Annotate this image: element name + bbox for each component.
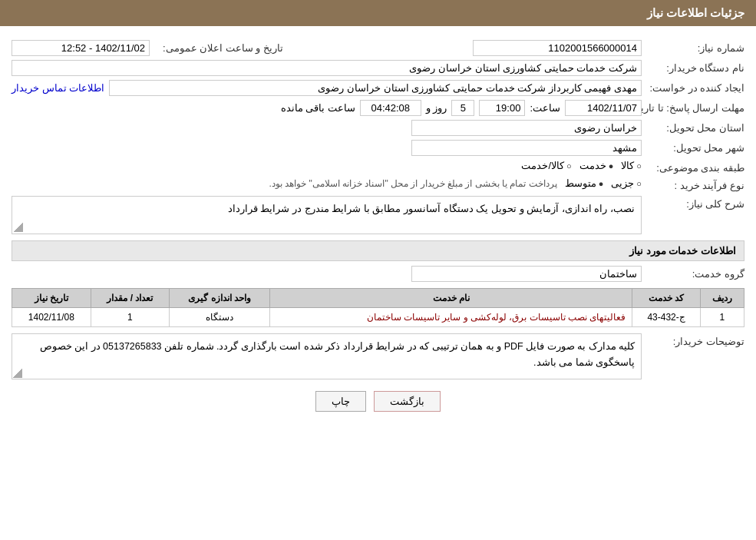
radio-motavasset-label: متوسط: [565, 177, 596, 189]
groheKhadamat-label: گروه خدمت:: [645, 266, 744, 280]
mohlat-countdown: 04:42:08: [360, 100, 421, 116]
mohlat-baghimande-label: ساعت باقی مانده: [281, 102, 355, 114]
col-kod: کد خدمت: [632, 289, 700, 308]
ijadKonande-label: ایجاد کننده در خواست:: [645, 80, 744, 94]
towzeehat-value: کلیه مدارک به صورت فایل PDF و به همان تر…: [12, 333, 642, 379]
radio-kala-label: کالا: [621, 160, 634, 171]
col-tedad: تعداد / مقدار: [91, 289, 169, 308]
button-row: بازگشت چاپ: [12, 391, 744, 412]
col-radif: ردیف: [700, 289, 744, 308]
ostan-value: خراسان رضوی: [411, 120, 642, 136]
groheKhadamat-value: ساختمان: [411, 266, 642, 282]
towzeehat-resize-handle: [13, 369, 22, 378]
mohlat-roz-label: روز و: [426, 102, 447, 114]
tabaqeh-label: طبقه بندی موضوعی:: [645, 160, 744, 174]
page-title: جزئیات اطلاعات نیاز: [647, 6, 744, 19]
mohlat-saat-label: ساعت:: [530, 102, 560, 114]
back-button[interactable]: بازگشت: [374, 391, 441, 412]
radio-khadamat[interactable]: ● خدمت: [579, 160, 614, 171]
radio-kala-khadamat[interactable]: ○ کالا/خدمت: [521, 160, 571, 171]
sharh-value: نصب، راه اندازی، آزمایش و تحویل یک دستگا…: [12, 196, 642, 234]
ijadKonande-link[interactable]: اطلاعات تماس خریدار: [12, 82, 104, 94]
service-name-cell: فعالیتهای نصب تاسیسات برق، لوله‌کشی و سا…: [270, 308, 632, 327]
col-name: نام خدمت: [270, 289, 632, 308]
tabaqeh-radio-group: ○ کالا ● خدمت ○ کالا/خدمت: [12, 160, 642, 171]
towzeehat-label: توضیحات خریدار:: [645, 333, 744, 347]
mohlat-date: 1402/11/07: [565, 100, 642, 116]
tarikh-label: تاریخ و ساعت اعلان عمومی:: [153, 40, 283, 54]
shahr-label: شهر محل تحویل:: [645, 140, 744, 154]
mohlat-label: مهلت ارسال پاسخ: تا تاریخ:: [645, 100, 744, 114]
page-header: جزئیات اطلاعات نیاز: [0, 0, 756, 26]
sharh-label: شرح کلی نیاز:: [645, 196, 744, 210]
print-button[interactable]: چاپ: [315, 391, 366, 412]
col-vahed: واحد اندازه گیری: [170, 289, 270, 308]
table-cell: 1402/11/08: [12, 308, 91, 327]
noeFarayand-label: نوع فرآیند خرید :: [645, 177, 744, 191]
services-table: ردیف کد خدمت نام خدمت واحد اندازه گیری ت…: [12, 288, 744, 327]
radio-motavasset[interactable]: ● متوسط: [565, 177, 604, 189]
ostan-label: استان محل تحویل:: [645, 120, 744, 134]
ijadKonande-value: مهدی فهیمی کاربرداز شرکت خدمات حمایتی کش…: [109, 80, 642, 96]
shomareNiaz-value: 1102001566000014: [473, 40, 642, 56]
tarikh-value: 1402/11/02 - 12:52: [12, 40, 150, 56]
radio-khadamat-label: خدمت: [579, 160, 606, 171]
table-cell: 1: [91, 308, 169, 327]
noeFarayand-note: پرداخت تمام یا بخشی از مبلغ خریدار از مح…: [269, 178, 556, 189]
mohlat-roz: 5: [451, 100, 474, 116]
radio-jozii[interactable]: ○ جزیی: [611, 177, 642, 189]
table-row: 1ج-432-43فعالیتهای نصب تاسیسات برق، لوله…: [12, 308, 744, 327]
col-tarikh: تاریخ نیاز: [12, 289, 91, 308]
radio-kala-khadamat-label: کالا/خدمت: [521, 160, 564, 171]
resize-handle: [14, 223, 23, 232]
table-cell: دستگاه: [170, 308, 270, 327]
namDastgah-value: شرکت خدمات حمایتی کشاورزی استان خراسان ر…: [12, 60, 642, 76]
sharh-text: نصب، راه اندازی، آزمایش و تحویل یک دستگا…: [228, 203, 635, 214]
radio-kala[interactable]: ○ کالا: [621, 160, 642, 171]
namDastgah-label: نام دستگاه خریدار:: [645, 60, 744, 74]
shomareNiaz-label: شماره نیاز:: [645, 40, 744, 54]
section-khadamat-title: اطلاعات خدمات مورد نیاز: [12, 240, 744, 261]
table-cell: ج-432-43: [632, 308, 700, 327]
towzeehat-text: کلیه مدارک به صورت فایل PDF و به همان تر…: [40, 341, 635, 368]
shahr-value: مشهد: [411, 140, 642, 156]
farayand-radio-group: ○ جزیی ● متوسط: [565, 177, 642, 189]
table-cell: 1: [700, 308, 744, 327]
radio-jozii-label: جزیی: [611, 177, 634, 189]
mohlat-saat: 19:00: [479, 100, 525, 116]
